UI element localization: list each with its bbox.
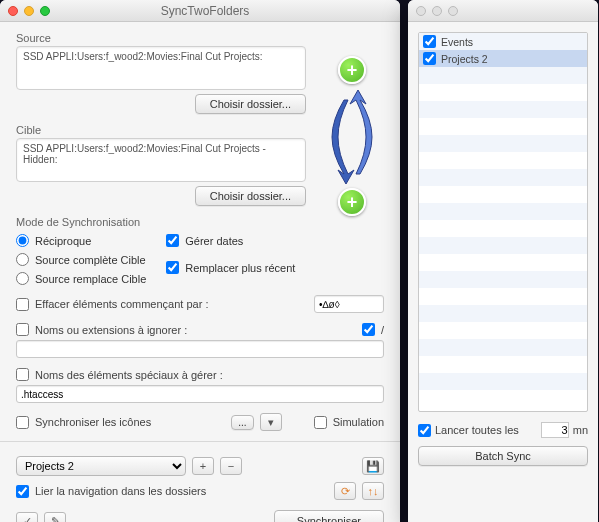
chevron-down-icon[interactable]: ▾ xyxy=(260,413,282,431)
choose-source-button[interactable]: Choisir dossier... xyxy=(195,94,306,114)
batch-sync-button[interactable]: Batch Sync xyxy=(418,446,588,466)
erase-starting-input[interactable] xyxy=(314,295,384,313)
edit-icon[interactable]: ✎ xyxy=(44,512,66,522)
list-item[interactable]: Events xyxy=(419,33,587,50)
radio-reciprocal[interactable]: Réciproque xyxy=(16,234,146,247)
window-title: SyncTwoFolders xyxy=(10,4,400,18)
link-navigation-label: Lier la navigation dans les dossiers xyxy=(35,485,206,497)
sync-icons-label: Synchroniser les icônes xyxy=(35,416,151,428)
profile-list[interactable]: Events Projects 2 xyxy=(418,32,588,412)
add-profile-button[interactable]: + xyxy=(192,457,214,475)
launch-every-label: Lancer toutes les xyxy=(435,424,519,436)
ignore-names-input[interactable] xyxy=(16,340,384,358)
simulation-label: Simulation xyxy=(333,416,384,428)
choose-target-button[interactable]: Choisir dossier... xyxy=(195,186,306,206)
check-replace-newer-label: Remplacer plus récent xyxy=(185,262,295,274)
minutes-unit: mn xyxy=(573,424,588,436)
syncmode-label: Mode de Synchronisation xyxy=(16,216,384,228)
add-target-button[interactable]: + xyxy=(338,188,366,216)
ignore-slash-label: / xyxy=(381,324,384,336)
panel-titlebar xyxy=(408,0,598,22)
panel-window: Events Projects 2 Lancer toutes les mn B… xyxy=(408,0,598,522)
check-link-navigation[interactable] xyxy=(16,485,29,498)
check-erase-starting[interactable] xyxy=(16,298,29,311)
check-handle-dates[interactable]: Gérer dates xyxy=(166,234,295,247)
radio-source-complete-label: Source complète Cible xyxy=(35,254,146,266)
ellipsis-button[interactable]: ... xyxy=(231,415,253,430)
special-names-label: Noms des éléments spéciaux à gérer : xyxy=(35,369,223,381)
check-ignore-slash[interactable] xyxy=(362,323,375,336)
source-label: Source xyxy=(16,32,384,44)
check-ignore-names[interactable] xyxy=(16,323,29,336)
save-profile-button[interactable]: 💾 xyxy=(362,457,384,475)
radio-source-replace[interactable]: Source remplace Cible xyxy=(16,272,146,285)
radio-reciprocal-label: Réciproque xyxy=(35,235,91,247)
check-handle-dates-label: Gérer dates xyxy=(185,235,243,247)
radio-source-replace-label: Source remplace Cible xyxy=(35,273,146,285)
panel-zoom-icon[interactable] xyxy=(448,6,458,16)
divider xyxy=(0,441,400,442)
panel-traffic-lights xyxy=(416,6,458,16)
check-simulation[interactable] xyxy=(314,416,327,429)
target-path: SSD APPLI:Users:f_wood2:Movies:Final Cut… xyxy=(16,138,306,182)
list-item-check[interactable] xyxy=(423,35,436,48)
list-item-label: Events xyxy=(441,36,473,48)
panel-close-icon[interactable] xyxy=(416,6,426,16)
check-replace-newer[interactable]: Remplacer plus récent xyxy=(166,261,295,274)
special-names-input[interactable] xyxy=(16,385,384,403)
minutes-input[interactable] xyxy=(541,422,569,438)
swap-arrows-icon xyxy=(328,90,376,184)
add-source-button[interactable]: + xyxy=(338,56,366,84)
list-item-check[interactable] xyxy=(423,52,436,65)
synchronize-button[interactable]: Synchroniser xyxy=(274,510,384,522)
titlebar: SyncTwoFolders xyxy=(0,0,400,22)
erase-starting-label: Effacer éléments commençant par : xyxy=(35,298,208,310)
ignore-names-label: Noms ou extensions à ignorer : xyxy=(35,324,187,336)
panel-minimize-icon[interactable] xyxy=(432,6,442,16)
radio-source-complete[interactable]: Source complète Cible xyxy=(16,253,146,266)
sort-icon[interactable]: ↑↓ xyxy=(362,482,384,500)
list-item-label: Projects 2 xyxy=(441,53,488,65)
remove-profile-button[interactable]: − xyxy=(220,457,242,475)
check-all-icon[interactable]: ✓ xyxy=(16,512,38,522)
refresh-icon[interactable]: ⟳ xyxy=(334,482,356,500)
swap-controls: + + xyxy=(318,56,388,216)
check-launch-every[interactable] xyxy=(418,424,431,437)
check-sync-icons[interactable] xyxy=(16,416,29,429)
main-window: SyncTwoFolders Source SSD APPLI:Users:f_… xyxy=(0,0,400,522)
source-path: SSD APPLI:Users:f_wood2:Movies:Final Cut… xyxy=(16,46,306,90)
check-special-names[interactable] xyxy=(16,368,29,381)
list-item[interactable]: Projects 2 xyxy=(419,50,587,67)
profile-select[interactable]: Projects 2 xyxy=(16,456,186,476)
